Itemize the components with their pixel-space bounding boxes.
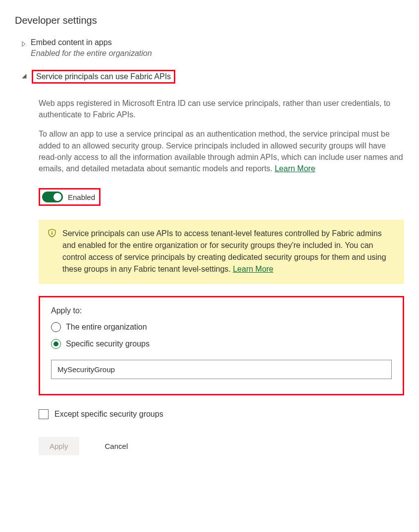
svg-marker-0 [22, 42, 25, 47]
setting-title-embed: Embed content in apps [31, 38, 152, 47]
security-group-input[interactable] [51, 360, 392, 379]
svg-rect-4 [52, 233, 52, 235]
description-1: Web apps registered in Microsoft Entra I… [39, 97, 404, 120]
radio-dot [53, 341, 58, 346]
radio-circle-entire-org [51, 322, 61, 332]
learn-more-link-2[interactable]: Learn More [233, 265, 273, 273]
highlight-apply-to: Apply to: The entire organization Specif… [39, 296, 404, 395]
setting-service-principals: Service principals can use Fabric APIs W… [22, 70, 404, 455]
apply-to-section: Apply to: The entire organization Specif… [44, 301, 399, 390]
except-checkbox[interactable] [39, 409, 49, 419]
setting-body-sp: Web apps registered in Microsoft Entra I… [39, 97, 404, 455]
highlight-toggle: Enabled [39, 188, 101, 206]
button-row: Apply Cancel [39, 437, 404, 455]
setting-header-sp[interactable]: Service principals can use Fabric APIs [22, 70, 404, 84]
setting-header-embed[interactable]: Embed content in apps Enabled for the en… [22, 38, 404, 58]
description-2-text: To allow an app to use a service princip… [39, 130, 403, 173]
info-banner-text: Service principals can use APIs to acces… [62, 228, 395, 275]
except-checkbox-row[interactable]: Except specific security groups [39, 409, 404, 419]
apply-button[interactable]: Apply [39, 437, 79, 455]
info-banner: Service principals can use APIs to acces… [39, 220, 404, 284]
radio-circle-specific-groups [51, 339, 61, 349]
setting-embed-content: Embed content in apps Enabled for the en… [22, 38, 404, 58]
info-banner-body: Service principals can use APIs to acces… [62, 229, 386, 273]
cancel-button[interactable]: Cancel [94, 437, 139, 455]
chevron-down-icon [22, 74, 27, 79]
shield-icon [48, 229, 56, 238]
toggle-label: Enabled [68, 193, 95, 201]
toggle-knob [53, 193, 61, 201]
except-checkbox-label: Except specific security groups [54, 410, 163, 419]
chevron-right-icon [22, 41, 26, 47]
section-title: Developer settings [15, 15, 404, 26]
description-2: To allow an app to use a service princip… [39, 128, 404, 174]
learn-more-link-1[interactable]: Learn More [275, 164, 315, 173]
apply-to-label: Apply to: [51, 306, 392, 315]
svg-point-3 [52, 231, 52, 232]
setting-title-sp: Service principals can use Fabric APIs [36, 72, 171, 81]
setting-subtitle-embed: Enabled for the entire organization [31, 49, 152, 58]
highlight-title: Service principals can use Fabric APIs [32, 70, 175, 84]
radio-specific-groups[interactable]: Specific security groups [51, 339, 392, 349]
radio-label-entire-org: The entire organization [66, 323, 147, 332]
radio-label-specific-groups: Specific security groups [66, 339, 150, 348]
radio-entire-org[interactable]: The entire organization [51, 322, 392, 332]
enabled-toggle[interactable] [42, 192, 63, 202]
